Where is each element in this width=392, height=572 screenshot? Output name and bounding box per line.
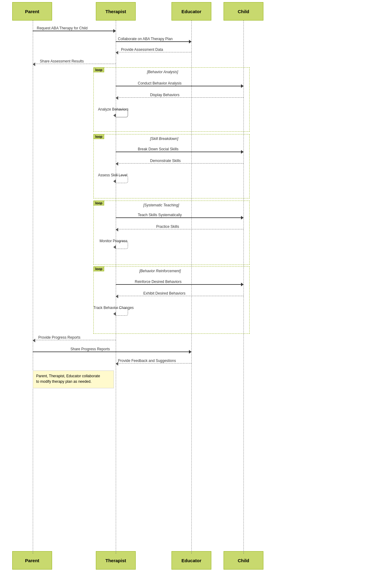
label-display-behaviors: Display Behaviors bbox=[150, 93, 179, 97]
loop-title-1: [Behavior Analysis] bbox=[147, 70, 178, 74]
note-text: Parent, Therapist, Educator collaborate … bbox=[36, 374, 100, 384]
arrow-request-aba bbox=[33, 31, 116, 31]
loop-label-4: loop bbox=[93, 266, 104, 271]
label-practice-skills: Practice Skills bbox=[156, 224, 179, 229]
arrow-exhibit-behaviors bbox=[116, 296, 243, 296]
loop-label-1: loop bbox=[93, 67, 104, 72]
lifeline-parent bbox=[33, 21, 33, 554]
label-breakdown-skills: Break Down Social Skills bbox=[138, 147, 179, 151]
arrow-collaborate bbox=[116, 41, 191, 42]
label-provide-feedback: Provide Feedback and Suggestions bbox=[118, 359, 176, 363]
arrow-conduct-analysis bbox=[116, 86, 243, 86]
label-assessment-data: Provide Assessment Data bbox=[121, 47, 163, 52]
loop-title-4: [Behavior Reinforcement] bbox=[139, 269, 181, 273]
label-assess-skill: Assess Skill Level bbox=[98, 173, 127, 177]
sequence-diagram: Parent Therapist Educator Child Parent T… bbox=[0, 0, 392, 572]
arrow-share-assessment bbox=[33, 64, 116, 64]
actor-therapist-label: Therapist bbox=[105, 9, 126, 14]
actor-therapist: Therapist bbox=[96, 2, 136, 21]
actor-educator-bottom: Educator bbox=[172, 551, 211, 570]
label-teach-skills: Teach Skills Systematically bbox=[138, 213, 182, 217]
actor-parent-bottom-label: Parent bbox=[25, 558, 40, 563]
loop-behavior-reinforcement bbox=[93, 266, 250, 334]
label-monitor-progress: Monitor Progress bbox=[100, 239, 127, 243]
arrow-practice-skills bbox=[116, 229, 243, 229]
actor-therapist-bottom: Therapist bbox=[96, 551, 136, 570]
collaboration-note: Parent, Therapist, Educator collaborate … bbox=[33, 371, 114, 388]
label-reinforce-behaviors: Reinforce Desired Behaviors bbox=[135, 280, 182, 284]
arrow-breakdown-skills bbox=[116, 152, 243, 152]
actor-parent: Parent bbox=[12, 2, 52, 21]
arrow-provide-feedback bbox=[116, 363, 191, 363]
arrow-teach-skills bbox=[116, 217, 243, 218]
actor-child-bottom: Child bbox=[224, 551, 263, 570]
loop-title-2: [Skill Breakdown] bbox=[150, 137, 178, 141]
label-conduct-analysis: Conduct Behavior Analysis bbox=[138, 81, 182, 85]
actor-educator-bottom-label: Educator bbox=[181, 558, 201, 563]
actor-parent-label: Parent bbox=[25, 9, 40, 14]
arrow-share-progress bbox=[33, 352, 191, 352]
loop-skill-breakdown bbox=[93, 134, 250, 198]
actor-therapist-bottom-label: Therapist bbox=[105, 558, 126, 563]
actor-child-label: Child bbox=[238, 9, 249, 14]
arrow-reinforce-behaviors bbox=[116, 284, 243, 285]
loop-systematic-teaching bbox=[93, 201, 250, 265]
label-request-aba: Request ABA Therapy for Child bbox=[37, 26, 88, 30]
actor-parent-bottom: Parent bbox=[12, 551, 52, 570]
label-track-changes: Track Behavior Changes bbox=[93, 306, 134, 310]
label-collaborate: Collaborate on ABA Therapy Plan bbox=[118, 37, 173, 41]
label-exhibit-behaviors: Exhibit Desired Behaviors bbox=[143, 291, 185, 295]
label-share-progress: Share Progress Reports bbox=[70, 347, 110, 351]
actor-child: Child bbox=[224, 2, 263, 21]
actor-child-bottom-label: Child bbox=[238, 558, 249, 563]
label-demonstrate-skills: Demonstrate Skills bbox=[150, 159, 181, 163]
loop-title-3: [Systematic Teaching] bbox=[143, 203, 179, 207]
loop-label-3: loop bbox=[93, 201, 104, 205]
label-provide-progress: Provide Progress Reports bbox=[38, 335, 80, 340]
arrow-assessment-data bbox=[116, 52, 191, 52]
arrow-display-behaviors bbox=[116, 97, 243, 98]
loop-label-2: loop bbox=[93, 134, 104, 139]
actor-educator-label: Educator bbox=[181, 9, 201, 14]
arrow-demonstrate-skills bbox=[116, 163, 243, 164]
label-analyze-behaviors: Analyze Behaviors bbox=[98, 107, 128, 111]
actor-educator: Educator bbox=[172, 2, 211, 21]
arrow-provide-progress bbox=[33, 340, 116, 340]
label-share-assessment: Share Assessment Results bbox=[40, 59, 84, 63]
